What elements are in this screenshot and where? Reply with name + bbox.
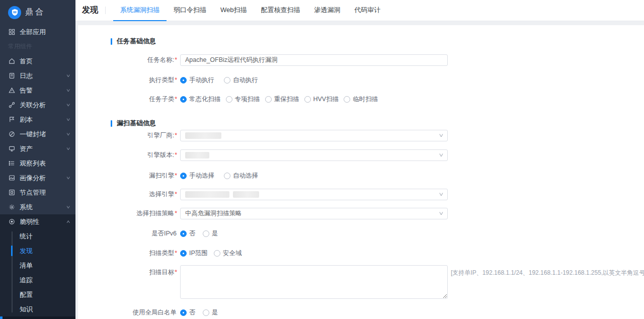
- radio-ip-range[interactable]: IP范围: [180, 249, 208, 258]
- row-task-name: 任务名称:*: [78, 54, 448, 66]
- tab-code-audit[interactable]: 代码审计: [348, 0, 388, 21]
- radio-auto-select[interactable]: 自动选择: [224, 172, 258, 180]
- task-name-input[interactable]: [180, 54, 448, 66]
- radio-key-protection-scan[interactable]: 重保扫描: [265, 95, 299, 104]
- warning-icon: [8, 87, 15, 94]
- link-nodes-icon: [8, 102, 15, 109]
- section-bar: [111, 38, 112, 45]
- redacted-value: [185, 152, 209, 158]
- scan-target-textarea[interactable]: [180, 265, 448, 299]
- engine-vendor-select[interactable]: ˅: [180, 130, 448, 141]
- sidebar-item-assets[interactable]: 资产 ˅: [0, 141, 75, 156]
- radio-temporary-scan[interactable]: 临时扫描: [344, 95, 378, 104]
- chevron-down-icon: ˅: [66, 132, 70, 137]
- scan-type-radio-group: IP范围 安全域: [180, 249, 242, 258]
- sidebar-group-vulnerability: 脆弱性 ˄ 统计 发现 清单 追踪 配置 知识: [0, 214, 75, 316]
- tab-weak-password-scan[interactable]: 弱口令扫描: [167, 0, 213, 21]
- scan-engine-mode-radio-group: 手动选择 自动选择: [180, 172, 258, 180]
- sidebar-item-logs[interactable]: 日志 ˅: [0, 68, 75, 83]
- active-indicator: [11, 246, 13, 256]
- main-area: 发现 系统漏洞扫描 弱口令扫描 Web扫描 配置核查扫描 渗透漏洞 代码审计 任…: [75, 0, 644, 319]
- tab-config-check-scan[interactable]: 配置核查扫描: [254, 0, 307, 21]
- sidebar-subitem-inventory[interactable]: 清单: [0, 258, 75, 273]
- sidebar-subitem-discovery[interactable]: 发现: [0, 244, 75, 258]
- sidebar-item-system[interactable]: 系统 ˅: [0, 200, 75, 214]
- footer-accent: [0, 316, 3, 319]
- image-icon: [8, 175, 15, 182]
- sidebar-subitem-tracking[interactable]: 追踪: [0, 273, 75, 287]
- shield-logo-icon: [8, 6, 21, 19]
- chevron-down-icon: ˅: [66, 205, 70, 210]
- sidebar-item-one-click-block[interactable]: 一键封堵 ˅: [0, 127, 75, 141]
- row-exec-type: 执行类型* 手动执行 自动执行: [78, 76, 258, 85]
- exec-type-radio-group: 手动执行 自动执行: [180, 76, 258, 85]
- scan-strategy-select[interactable]: 中高危漏洞扫描策略 ˅: [180, 208, 448, 219]
- sidebar-item-profile-analysis[interactable]: 画像分析 ˅: [0, 171, 75, 185]
- home-icon: [8, 58, 15, 65]
- chevron-down-icon: ˅: [439, 152, 444, 158]
- divider: [105, 7, 106, 14]
- sidebar-item-home[interactable]: 首页: [0, 54, 75, 68]
- radio-hvv-scan[interactable]: HVV扫描: [304, 95, 339, 104]
- row-scan-target: 扫描目标* [支持单IP、192.168.1.1/24、192.168.1.1-…: [78, 265, 448, 299]
- radio-on-icon: [180, 230, 187, 237]
- radio-auto-execute[interactable]: 自动执行: [224, 76, 258, 85]
- radio-off-icon: [265, 96, 272, 103]
- radio-special-scan[interactable]: 专项扫描: [226, 95, 260, 104]
- vulnerability-submenu: 统计 发现 清单 追踪 配置 知识: [0, 229, 75, 316]
- chevron-down-icon: ˅: [439, 211, 444, 216]
- radio-ipv6-no[interactable]: 否: [180, 229, 196, 238]
- block-icon: [8, 131, 15, 138]
- tab-system-vuln-scan[interactable]: 系统漏洞扫描: [113, 0, 167, 21]
- radio-security-zone[interactable]: 安全域: [214, 249, 242, 258]
- radio-normalized-scan[interactable]: 常态化扫描: [180, 95, 221, 104]
- tab-penetration-vuln[interactable]: 渗透漏洞: [307, 0, 348, 21]
- radio-on-icon: [180, 96, 187, 103]
- engine-version-select[interactable]: ˅: [180, 149, 448, 161]
- radio-off-icon: [344, 96, 350, 103]
- radio-ipv6-yes[interactable]: 是: [203, 229, 218, 238]
- brand-logo: 鼎合: [0, 0, 75, 25]
- row-ipv6: 是否IPv6 否 是: [78, 229, 218, 238]
- radio-on-icon: [180, 173, 187, 179]
- radio-manual-execute[interactable]: 手动执行: [180, 76, 214, 85]
- sidebar-item-all-apps[interactable]: 全部应用: [0, 25, 75, 39]
- row-engine-version: 引擎版本:* ˅: [78, 149, 448, 161]
- radio-off-icon: [224, 77, 230, 84]
- chevron-down-icon: ˅: [66, 73, 70, 78]
- radio-off-icon: [203, 230, 209, 237]
- sidebar-subitem-knowledge[interactable]: 知识: [0, 302, 75, 316]
- radio-whitelist-no[interactable]: 否: [180, 308, 196, 317]
- global-whitelist-radio-group: 否 是: [180, 308, 218, 317]
- radio-manual-select[interactable]: 手动选择: [180, 172, 214, 180]
- radio-on-icon: [180, 309, 187, 316]
- row-scan-type: 扫描类型* IP范围 安全域: [78, 249, 242, 258]
- scan-tabs: 系统漏洞扫描 弱口令扫描 Web扫描 配置核查扫描 渗透漏洞 代码审计: [113, 0, 388, 21]
- sidebar-nav: 全部应用 常用组件 首页 日志 ˅ 告警 ˅ 关联分析 ˅ 剧本 ˅: [0, 25, 75, 214]
- tab-web-scan[interactable]: Web扫描: [213, 0, 254, 21]
- sidebar-subitem-statistics[interactable]: 统计: [0, 229, 75, 244]
- row-global-whitelist: 使用全局白名单 否 是: [78, 308, 218, 317]
- row-task-subclass: 任务子类* 常态化扫描 专项扫描 重保扫描 HVV扫描: [78, 95, 378, 104]
- section-task-basic-info: 任务基础信息: [111, 37, 156, 46]
- row-select-engine: 选择引擎* ˅: [78, 189, 448, 200]
- radio-off-icon: [214, 250, 220, 257]
- sidebar-item-vulnerability[interactable]: 脆弱性 ˄: [0, 214, 75, 229]
- row-scan-strategy: 选择扫描策略* 中高危漏洞扫描策略 ˅: [78, 208, 448, 219]
- sidebar-item-alerts[interactable]: 告警 ˅: [0, 83, 75, 98]
- form-panel: 任务基础信息 任务名称:* 执行类型* 手动执行 自动执行 任务子类*: [78, 25, 644, 319]
- chevron-down-icon: ˅: [66, 103, 70, 108]
- radio-off-icon: [203, 309, 209, 316]
- task-subclass-radio-group: 常态化扫描 专项扫描 重保扫描 HVV扫描 临时扫描: [180, 95, 378, 104]
- sidebar-subitem-configuration[interactable]: 配置: [0, 287, 75, 302]
- radio-whitelist-yes[interactable]: 是: [203, 308, 218, 317]
- radio-off-icon: [226, 96, 232, 103]
- sidebar-item-playbook[interactable]: 剧本 ˅: [0, 112, 75, 127]
- scan-target-hint: [支持单IP、192.168.1.1/24、192.168.1.1-192.16…: [451, 269, 644, 277]
- sidebar-item-correlation-analysis[interactable]: 关联分析 ˅: [0, 98, 75, 112]
- select-engine-select[interactable]: ˅: [180, 189, 448, 200]
- sidebar-item-watchlist[interactable]: 观察列表: [0, 156, 75, 171]
- section-bar: [111, 120, 112, 127]
- radio-off-icon: [304, 96, 311, 103]
- sidebar-item-node-management[interactable]: 节点管理: [0, 185, 75, 200]
